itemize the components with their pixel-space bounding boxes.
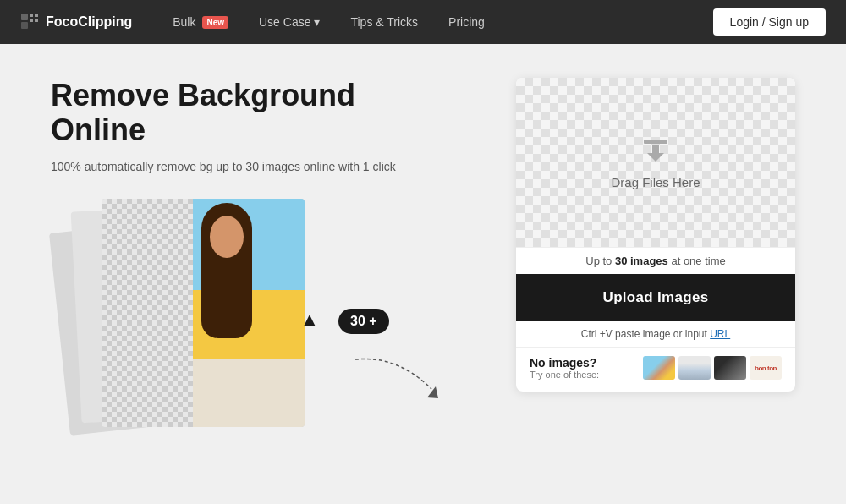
upload-button[interactable]: Upload Images bbox=[516, 274, 795, 321]
no-images-label: No images? Try one of these: bbox=[530, 356, 599, 380]
chevron-down-icon: ▾ bbox=[314, 15, 320, 29]
logo-icon bbox=[20, 13, 39, 31]
limit-count: 30 images bbox=[615, 255, 668, 267]
photo-half bbox=[193, 199, 305, 427]
svg-marker-6 bbox=[427, 386, 438, 398]
nav-pricing-label: Pricing bbox=[448, 15, 485, 29]
cursor-icon: ▲ bbox=[300, 309, 319, 331]
url-link[interactable]: URL bbox=[710, 328, 730, 340]
nav-links: Bulk New Use Case ▾ Tips & Tricks Pricin… bbox=[159, 10, 712, 34]
navbar: FocoClipping Bulk New Use Case ▾ Tips & … bbox=[0, 0, 846, 44]
svg-rect-7 bbox=[644, 140, 667, 144]
download-icon bbox=[640, 136, 671, 167]
svg-rect-2 bbox=[35, 14, 38, 17]
logo[interactable]: FocoClipping bbox=[20, 13, 132, 31]
svg-rect-3 bbox=[30, 19, 33, 22]
upload-limit-info: Up to 30 images at one time bbox=[516, 247, 795, 274]
svg-rect-1 bbox=[30, 14, 33, 17]
count-badge: 30 + bbox=[338, 309, 389, 334]
nav-pricing[interactable]: Pricing bbox=[435, 10, 498, 34]
drop-zone[interactable]: Drag Files Here bbox=[516, 78, 795, 247]
nav-bulk-label: Bulk bbox=[173, 15, 195, 29]
demo-area: ▲ 30 + bbox=[51, 190, 440, 444]
sample-thumb-3[interactable] bbox=[714, 356, 746, 380]
checker-pattern bbox=[102, 199, 203, 427]
drag-text: Drag Files Here bbox=[611, 175, 700, 189]
nav-use-case-label: Use Case bbox=[259, 15, 310, 29]
sample-thumb-1[interactable] bbox=[643, 356, 675, 380]
svg-rect-0 bbox=[21, 14, 28, 20]
svg-rect-5 bbox=[21, 22, 28, 29]
face-shape bbox=[210, 216, 244, 258]
nav-use-case[interactable]: Use Case ▾ bbox=[245, 10, 333, 34]
nav-tips-label: Tips & Tricks bbox=[350, 15, 418, 29]
login-button[interactable]: Login / Sign up bbox=[713, 8, 826, 36]
limit-text-suffix: at one time bbox=[668, 255, 726, 267]
limit-text-prefix: Up to bbox=[585, 255, 615, 267]
svg-marker-9 bbox=[647, 153, 664, 162]
sample-thumb-4[interactable]: bon ton bbox=[750, 356, 782, 380]
sample-thumb-2[interactable] bbox=[678, 356, 711, 380]
logo-text: FocoClipping bbox=[46, 14, 132, 30]
main-content: Remove Background Online 100% automatica… bbox=[0, 44, 846, 504]
no-images-sub: Try one of these: bbox=[530, 370, 599, 380]
hero-title: Remove Background Online bbox=[51, 78, 406, 148]
no-images-row: No images? Try one of these: bon ton bbox=[516, 347, 795, 392]
no-images-title: No images? bbox=[530, 356, 599, 370]
sample-thumbnails: bon ton bbox=[643, 356, 782, 380]
arrow-doodle bbox=[347, 351, 448, 402]
hero-subtitle: 100% automatically remove bg up to 30 im… bbox=[51, 160, 482, 173]
nav-bulk[interactable]: Bulk New bbox=[159, 10, 242, 34]
nav-tips[interactable]: Tips & Tricks bbox=[337, 10, 431, 34]
svg-rect-4 bbox=[35, 19, 38, 22]
nav-bulk-badge: New bbox=[202, 16, 228, 29]
paste-hint: Ctrl +V paste image or input URL bbox=[516, 321, 795, 347]
main-demo-image bbox=[102, 199, 305, 427]
paste-hint-text: Ctrl +V paste image or input bbox=[581, 328, 710, 340]
hero-section: Remove Background Online 100% automatica… bbox=[51, 78, 482, 444]
upload-panel: Drag Files Here Up to 30 images at one t… bbox=[516, 78, 795, 392]
